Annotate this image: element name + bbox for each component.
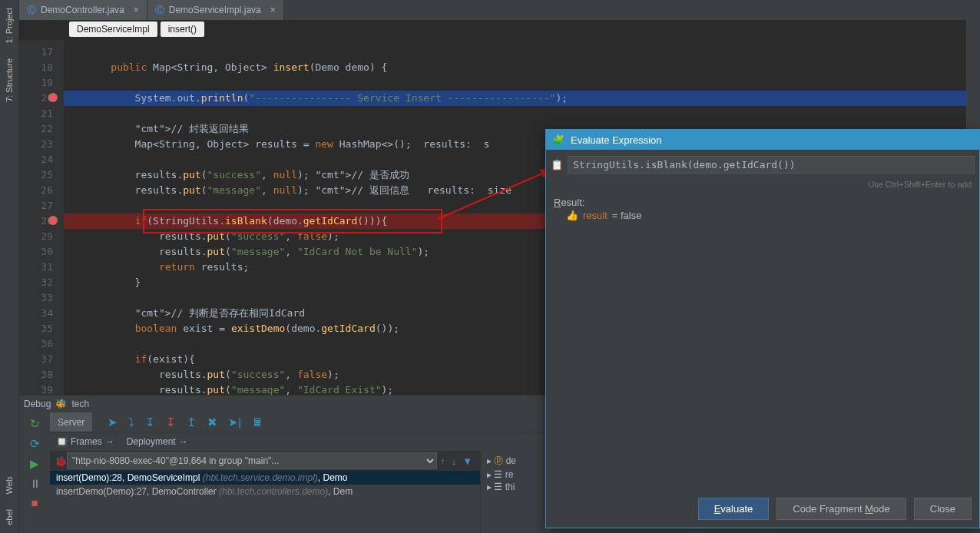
- tab-demoserviceimpl[interactable]: Ⓒ DemoServiceImpl.java ×: [147, 0, 284, 20]
- breadcrumb-method[interactable]: insert(): [161, 22, 204, 37]
- java-class-icon: Ⓒ: [155, 4, 164, 17]
- frames-list: 🐞 "http-nio-8080-exec-40"@19,664 in grou…: [50, 451, 480, 533]
- update-icon[interactable]: ⟳: [30, 437, 40, 451]
- tab-label: DemoController.java: [41, 5, 124, 15]
- result-name: result: [583, 210, 608, 221]
- thread-selector[interactable]: "http-nio-8080-exec-40"@19,664 in group …: [67, 452, 437, 469]
- breadcrumb: DemoServiceImpl insert(): [69, 22, 204, 37]
- dialog-buttons: Evaluate Code Fragment Mode Close: [546, 490, 979, 528]
- filter-icon[interactable]: ▼: [459, 455, 475, 467]
- sidebar-tool-structure[interactable]: 7: Structure: [2, 51, 16, 110]
- server-tab[interactable]: Server: [50, 412, 92, 432]
- result-row[interactable]: 👍 result = false: [554, 208, 972, 223]
- dialog-title-bar[interactable]: 🧩 Evaluate Expression: [546, 130, 979, 150]
- tab-label: DemoServiceImpl.java: [169, 5, 261, 15]
- breakpoint-icon[interactable]: [48, 216, 58, 225]
- stack-frame[interactable]: insertDemo(Demo):27, DemoController (hbi…: [50, 485, 480, 498]
- rerun-icon[interactable]: ↻: [30, 417, 40, 431]
- debug-title: Debug: [24, 399, 51, 409]
- stack-frame[interactable]: insert(Demo):28, DemoServiceImpl (hbi.te…: [50, 471, 480, 485]
- evaluate-button[interactable]: Evaluate: [698, 498, 770, 520]
- evaluate-icon[interactable]: 🖩: [252, 415, 263, 429]
- deployment-tab[interactable]: Deployment→: [121, 436, 194, 447]
- result-ok-icon: 👍: [566, 210, 578, 221]
- expression-input[interactable]: [568, 156, 975, 174]
- sidebar-tool-jrebel[interactable]: ebel: [2, 502, 16, 533]
- step-into-icon[interactable]: ↧: [145, 415, 155, 429]
- app-icon: 🧩: [552, 134, 564, 146]
- thread-icon: 🐞: [55, 455, 67, 467]
- sidebar-tool-project[interactable]: 1: Project: [2, 0, 16, 51]
- dialog-title: Evaluate Expression: [571, 134, 662, 146]
- history-icon[interactable]: 📋: [551, 159, 563, 170]
- debug-left-toolbar: ↻ ⟳ ▶ ⏸ ■: [19, 412, 50, 533]
- left-tool-sidebar: 1: Project 7: Structure Web ebel: [0, 0, 19, 533]
- sidebar-tool-web[interactable]: Web: [2, 469, 16, 502]
- bee-icon: 🐝: [55, 399, 67, 409]
- close-icon[interactable]: ×: [134, 5, 139, 15]
- run-to-cursor-icon[interactable]: ➤|: [228, 415, 241, 429]
- step-toolbar: ➤ ⤵ ↧ ↧ ↥ ✖ ➤| 🖩: [108, 415, 263, 429]
- drop-frame-icon[interactable]: ✖: [207, 415, 217, 429]
- result-area: Result: 👍 result = false: [546, 192, 979, 490]
- breadcrumb-class[interactable]: DemoServiceImpl: [69, 22, 157, 37]
- debug-config-name: tech: [71, 399, 89, 409]
- code-fragment-mode-button[interactable]: Code Fragment Mode: [776, 498, 906, 520]
- java-class-icon: Ⓒ: [27, 4, 36, 17]
- step-over-icon[interactable]: ⤵: [128, 415, 134, 429]
- close-icon[interactable]: ×: [270, 5, 276, 15]
- line-gutter: 1718192021222324252627282930313233343536…: [19, 40, 64, 395]
- force-step-into-icon[interactable]: ↧: [166, 415, 176, 429]
- next-frame-icon[interactable]: ↓: [449, 455, 460, 467]
- result-label: Result:: [554, 197, 972, 208]
- step-out-icon[interactable]: ↥: [187, 415, 197, 429]
- breakpoint-icon[interactable]: [48, 93, 58, 102]
- result-value: = false: [612, 210, 642, 221]
- input-hint: Use Ctrl+Shift+Enter to add: [546, 180, 979, 192]
- show-exec-point-icon[interactable]: ➤: [108, 415, 118, 429]
- tab-democontroller[interactable]: Ⓒ DemoController.java ×: [19, 0, 147, 20]
- prev-frame-icon[interactable]: ↑: [437, 455, 449, 467]
- editor-tabs: Ⓒ DemoController.java × Ⓒ DemoServiceImp…: [19, 0, 966, 20]
- pause-icon[interactable]: ⏸: [29, 477, 41, 490]
- stop-icon[interactable]: ■: [31, 496, 38, 509]
- close-button[interactable]: Close: [914, 498, 972, 520]
- frames-tab[interactable]: 🔲Frames→: [50, 436, 121, 447]
- evaluate-expression-dialog: 🧩 Evaluate Expression 📋 Use Ctrl+Shift+E…: [545, 129, 980, 528]
- resume-icon[interactable]: ▶: [30, 457, 39, 471]
